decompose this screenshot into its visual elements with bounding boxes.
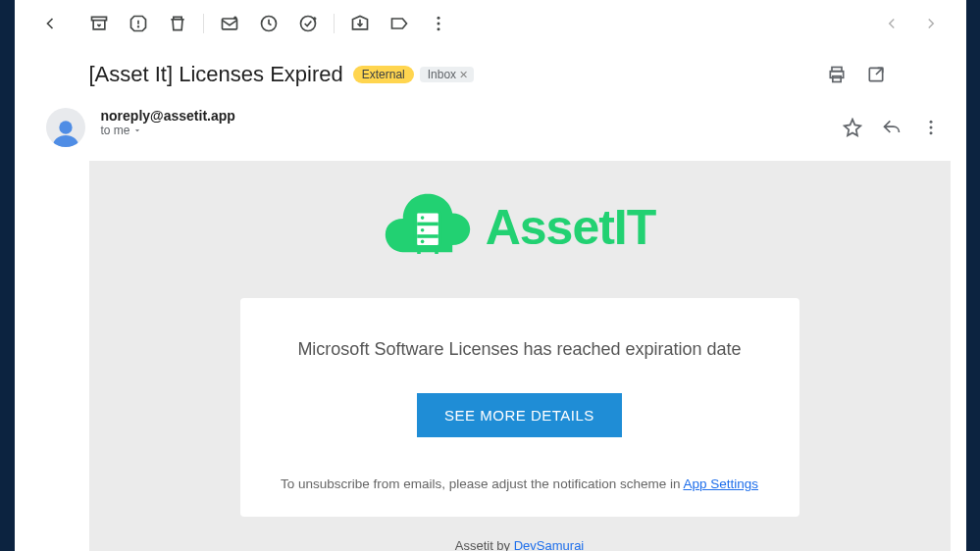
svg-point-25 (420, 216, 424, 220)
message-text: Microsoft Software Licenses has reached … (268, 339, 772, 360)
app-settings-link[interactable]: App Settings (683, 476, 758, 491)
recipient-dropdown[interactable]: to me (101, 124, 833, 137)
subject-text: [Asset It] Licenses Expired (89, 62, 343, 87)
svg-point-11 (437, 23, 439, 25)
svg-point-18 (929, 121, 932, 124)
avatar[interactable] (46, 108, 85, 147)
sender-row: noreply@assetit.app to me (15, 104, 966, 161)
reply-icon[interactable] (872, 108, 911, 147)
move-to-icon[interactable] (340, 4, 380, 43)
separator (334, 14, 335, 33)
svg-rect-21 (415, 212, 439, 247)
svg-point-20 (929, 131, 932, 134)
sender-email: noreply@assetit.app (101, 108, 833, 124)
cloud-icon (384, 192, 472, 263)
svg-point-4 (233, 17, 236, 20)
brand-logo: AssetIT (384, 192, 656, 263)
brand-name: AssetIT (486, 199, 656, 256)
inbox-badge-label: Inbox (428, 68, 456, 81)
more-icon[interactable] (419, 4, 458, 43)
back-icon[interactable] (30, 4, 70, 43)
to-line-text: to me (101, 124, 130, 137)
delete-icon[interactable] (158, 4, 197, 43)
email-body: AssetIT Microsoft Software Licenses has … (89, 161, 951, 551)
svg-point-17 (59, 121, 72, 133)
devsamurai-link[interactable]: DevSamurai (514, 538, 585, 551)
star-icon[interactable] (833, 108, 872, 147)
svg-rect-3 (222, 19, 236, 29)
footer-text: Assetit by (455, 538, 514, 551)
see-details-button[interactable]: SEE MORE DETAILS (417, 393, 622, 437)
inbox-badge[interactable]: Inbox ✕ (420, 67, 474, 82)
svg-point-26 (420, 228, 424, 232)
svg-rect-0 (91, 17, 106, 20)
svg-point-27 (420, 240, 424, 244)
snooze-icon[interactable] (249, 4, 288, 43)
spam-icon[interactable] (119, 4, 158, 43)
add-task-icon[interactable] (288, 4, 328, 43)
message-more-icon[interactable] (911, 108, 951, 147)
remove-label-icon[interactable]: ✕ (459, 69, 468, 81)
external-badge: External (353, 66, 414, 83)
email-view: [Asset It] Licenses Expired External Inb… (15, 0, 966, 551)
mark-unread-icon[interactable] (210, 4, 249, 43)
prev-icon[interactable] (872, 4, 911, 43)
message-card: Microsoft Software Licenses has reached … (240, 298, 799, 517)
unsubscribe-text: To unsubscribe from emails, please adjus… (281, 476, 683, 491)
label-icon[interactable] (380, 4, 419, 43)
footer-line: Assetit by DevSamurai (89, 538, 951, 551)
unsubscribe-line: To unsubscribe from emails, please adjus… (268, 476, 772, 491)
archive-icon[interactable] (79, 4, 119, 43)
subject-row: [Asset It] Licenses Expired External Inb… (15, 47, 966, 104)
open-new-window-icon[interactable] (856, 55, 896, 94)
chevron-down-icon (132, 125, 142, 135)
next-icon[interactable] (911, 4, 951, 43)
separator (203, 14, 204, 33)
print-icon[interactable] (817, 55, 856, 94)
svg-point-2 (137, 26, 138, 27)
svg-point-10 (437, 17, 439, 20)
svg-point-19 (929, 126, 932, 129)
toolbar (15, 0, 966, 47)
svg-point-12 (437, 27, 439, 30)
